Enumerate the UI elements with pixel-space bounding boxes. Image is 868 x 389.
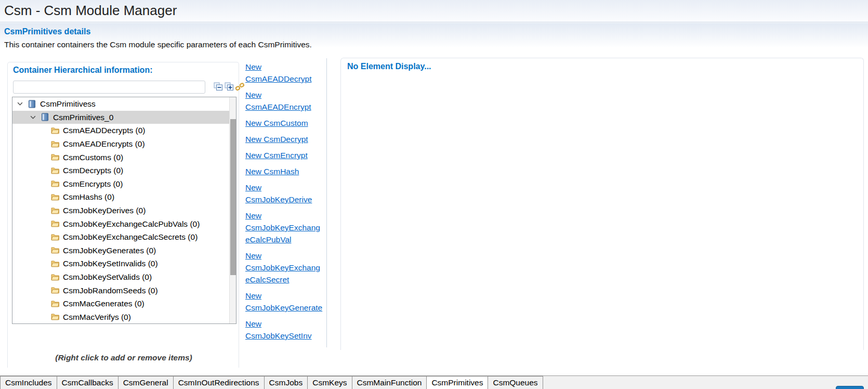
tree-item[interactable]: CsmJobKeySetInvalids (0): [12, 257, 229, 270]
tab-csmkeys[interactable]: CsmKeys: [307, 376, 352, 389]
chevron-down-icon[interactable]: [30, 113, 41, 121]
new-element-link[interactable]: New CsmJobKeyExchangeCalcPubVal: [245, 210, 324, 245]
chevron-down-icon[interactable]: [17, 100, 28, 108]
tree-toolbar: [13, 80, 236, 94]
no-element-display-title: No Element Display...: [341, 58, 863, 71]
hierarchy-tree: CsmPrimitivess CsmPrimitives_0 CsmAEADDe…: [12, 97, 236, 324]
tree-item[interactable]: CsmJobRandomSeeds (0): [12, 283, 229, 297]
tree-item-label: CsmDecrypts (0): [63, 165, 123, 175]
tab-csmmainfunction[interactable]: CsmMainFunction: [352, 376, 427, 389]
tree-item-label: CsmJobKeyExchangeCalcSecrets (0): [63, 232, 198, 242]
tree-item-label: CsmEncrypts (0): [63, 179, 123, 189]
bottom-right-button[interactable]: [836, 386, 864, 389]
tree-item-label: CsmJobKeyDerives (0): [63, 205, 146, 215]
csm-module-manager-window: Csm - Csm Module Manager CsmPrimitives d…: [0, 0, 868, 389]
title-band: Csm - Csm Module Manager: [0, 0, 868, 22]
tree-item-label: CsmAEADEncrypts (0): [63, 139, 145, 149]
module-icon: [28, 100, 37, 108]
tree-item[interactable]: CsmMacVerifys (0): [12, 310, 229, 324]
new-element-link[interactable]: New CsmJobKeySetInv: [245, 318, 324, 342]
tree-item-label: CsmPrimitivess: [40, 99, 96, 109]
tab-csmprimitives[interactable]: CsmPrimitives: [426, 376, 488, 389]
tab-csmqueues[interactable]: CsmQueues: [488, 376, 543, 389]
folder-icon: [51, 166, 60, 175]
new-element-link[interactable]: New CsmCustom: [245, 117, 324, 129]
folder-icon: [51, 193, 60, 201]
tree-item[interactable]: CsmCustoms (0): [12, 150, 229, 164]
tree-item-label: CsmMacVerifys (0): [63, 312, 131, 322]
tab-csmjobs[interactable]: CsmJobs: [264, 376, 308, 389]
tree-item-label: CsmJobKeySetInvalids (0): [63, 258, 158, 268]
tree-item[interactable]: CsmPrimitivess: [12, 97, 229, 111]
element-display-panel: No Element Display...: [340, 58, 864, 350]
new-element-link[interactable]: New CsmJobKeyGenerate: [245, 290, 324, 314]
section-description: This container containers the Csm module…: [4, 40, 312, 49]
folder-icon: [51, 300, 60, 308]
tab-csmgeneral[interactable]: CsmGeneral: [118, 376, 174, 389]
tree-item-label: CsmJobRandomSeeds (0): [63, 286, 158, 295]
tree-item-label: CsmMacGenerates (0): [63, 299, 144, 308]
tree-scrollbar[interactable]: [229, 97, 236, 323]
folder-icon: [51, 313, 60, 321]
container-hierarchy-title: Container Hierarchical information:: [8, 62, 239, 75]
new-element-link[interactable]: New CsmAEADEncrypt: [245, 89, 324, 113]
vertical-divider: [326, 58, 327, 347]
tree-item[interactable]: CsmAEADEncrypts (0): [12, 137, 229, 151]
container-hierarchy-panel: Container Hierarchical information:: [7, 62, 239, 368]
tree-item[interactable]: CsmMacGenerates (0): [12, 297, 229, 310]
new-element-link[interactable]: New CsmAEADDecrypt: [245, 61, 324, 85]
folder-icon: [51, 273, 60, 281]
section-title: CsmPrimitives details: [4, 27, 90, 36]
module-icon: [41, 113, 50, 121]
tree-item[interactable]: CsmEncrypts (0): [12, 177, 229, 191]
tree-item[interactable]: CsmHashs (0): [12, 190, 229, 204]
link-with-editor-icon[interactable]: [235, 82, 245, 91]
tree-item-label: CsmHashs (0): [63, 192, 114, 202]
tree-item-label: CsmJobKeySetValids (0): [63, 272, 152, 282]
tree-item-label: CsmAEADDecrypts (0): [63, 125, 145, 135]
folder-icon: [51, 233, 60, 241]
tree-item[interactable]: CsmJobKeyGenerates (0): [12, 244, 229, 257]
folder-icon: [51, 286, 60, 294]
folder-icon: [51, 126, 60, 135]
folder-icon: [51, 246, 60, 254]
right-click-hint: (Right click to add or remove items): [8, 353, 240, 362]
folder-icon: [51, 219, 60, 228]
bottom-tab-strip: CsmIncludesCsmCallbacksCsmGeneralCsmInOu…: [0, 375, 868, 389]
tree-item[interactable]: CsmJobKeyExchangeCalcPubVals (0): [12, 217, 229, 230]
new-element-link[interactable]: New CsmHash: [245, 165, 324, 177]
tree-scrollbar-thumb[interactable]: [230, 119, 236, 275]
tree-item[interactable]: CsmPrimitives_0: [12, 111, 229, 124]
tab-csmincludes[interactable]: CsmIncludes: [0, 376, 57, 389]
new-element-link[interactable]: New CsmDecrypt: [245, 133, 324, 145]
expand-all-icon[interactable]: [225, 82, 234, 91]
new-element-link[interactable]: New CsmJobKeyExchangeCalcSecret: [245, 250, 324, 286]
tree-item[interactable]: CsmJobKeyExchangeCalcSecrets (0): [12, 230, 229, 244]
collapse-all-icon[interactable]: [214, 82, 223, 91]
tab-csminoutredirections[interactable]: CsmInOutRedirections: [173, 376, 265, 389]
folder-icon: [51, 260, 60, 268]
new-element-actions: New CsmAEADDecryptNew CsmAEADEncryptNew …: [245, 61, 324, 353]
tree-item-label: CsmJobKeyGenerates (0): [63, 245, 156, 255]
tree-item-label: CsmJobKeyExchangeCalcPubVals (0): [63, 219, 200, 229]
details-header: CsmPrimitives details This container con…: [0, 23, 868, 54]
tree-item[interactable]: CsmJobKeyDerives (0): [12, 204, 229, 217]
tree-item[interactable]: CsmJobKeySetValids (0): [12, 270, 229, 284]
tree-item[interactable]: CsmDecrypts (0): [12, 164, 229, 177]
tab-csmcallbacks[interactable]: CsmCallbacks: [57, 376, 119, 389]
tree-item-label: CsmCustoms (0): [63, 152, 123, 162]
folder-icon: [51, 179, 60, 188]
folder-icon: [51, 140, 60, 148]
folder-icon: [51, 206, 60, 215]
new-element-link[interactable]: New CsmEncrypt: [245, 149, 324, 161]
page-title: Csm - Csm Module Manager: [0, 0, 868, 19]
tree-item-label: CsmPrimitives_0: [53, 112, 113, 122]
folder-icon: [51, 153, 60, 161]
tree-filter-input[interactable]: [13, 81, 205, 94]
new-element-link[interactable]: New CsmJobKeyDerive: [245, 181, 324, 205]
tree-item[interactable]: CsmAEADDecrypts (0): [12, 124, 229, 137]
